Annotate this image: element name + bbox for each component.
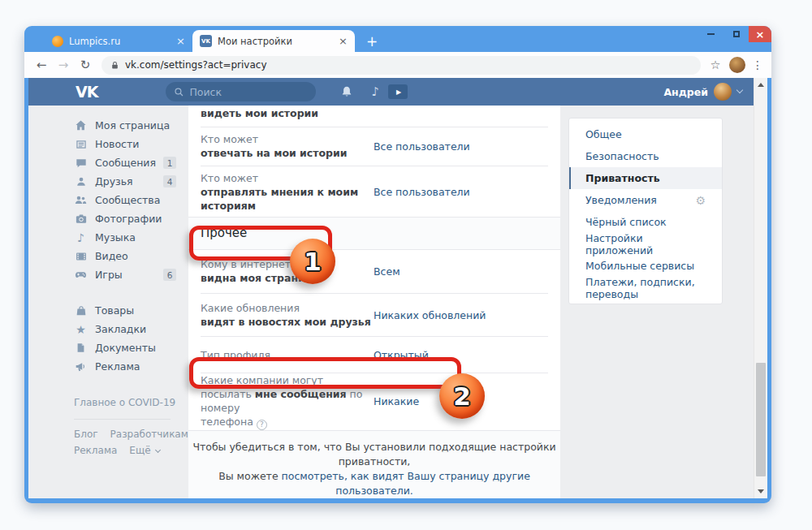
sidebar-item-label: Новости (95, 138, 139, 150)
close-window-button[interactable]: × (749, 26, 771, 42)
video-icon (74, 249, 88, 263)
divider (74, 419, 171, 420)
covid-info-link[interactable]: Главное о COVID-19 (74, 397, 177, 408)
scroll-down-arrow[interactable] (758, 489, 764, 493)
setting-label: Кто может отправлять мнения к моим истор… (201, 171, 374, 213)
sidebar-group-gap (28, 284, 188, 301)
chevron-down-icon (736, 87, 743, 93)
sidebar-item-photos[interactable]: Фотографии (28, 209, 188, 228)
settings-tab-security[interactable]: Безопасность (569, 145, 722, 167)
sidebar-item-documents[interactable]: Документы (28, 338, 188, 357)
browser-toolbar: ← → ↻ vk.com/settings?act=privacy ☆ ⋮ (24, 52, 771, 78)
sidebar-footer-links-row1: Блог Разработчикам (74, 429, 188, 440)
page-scrollbar[interactable] (754, 78, 767, 498)
photos-icon (74, 212, 88, 226)
menu-dots-icon[interactable]: ⋮ (751, 58, 764, 71)
forward-icon[interactable]: → (54, 58, 73, 72)
sidebar-item-label: Игры (95, 269, 123, 281)
search-input[interactable]: Поиск (166, 82, 316, 101)
lumpics-favicon (52, 36, 63, 47)
sidebar-item-my-page[interactable]: Моя страница (28, 116, 188, 135)
video-play-icon[interactable]: ▶ (388, 84, 408, 99)
lock-icon (110, 61, 119, 70)
minimize-icon (707, 33, 715, 35)
refresh-icon[interactable]: ↻ (76, 58, 95, 72)
sidebar-item-label: Сообщения (95, 157, 156, 169)
tab-vk-settings[interactable]: VK Мои настройки × (192, 30, 355, 52)
privacy-settings-card: видеть мои истории Кто может отвечать на… (188, 106, 560, 498)
annotation-rect-profile-type (189, 357, 461, 389)
view-as-others-link[interactable]: посмотреть, как видят Вашу страницу друг… (282, 470, 530, 497)
tab-close-icon[interactable]: × (176, 36, 185, 46)
setting-value-link[interactable]: Все пользователи (374, 186, 470, 198)
messages-icon (74, 156, 88, 170)
user-avatar (714, 83, 732, 101)
bookmark-star-icon[interactable]: ☆ (707, 58, 723, 71)
setting-value-link[interactable]: Всем (374, 265, 400, 278)
sidebar-item-video[interactable]: Видео (28, 247, 188, 265)
user-menu[interactable]: Андрей (663, 83, 742, 101)
friends-count-badge: 4 (163, 175, 176, 187)
settings-tab-privacy[interactable]: Приватность (569, 167, 722, 189)
settings-tab-payments[interactable]: Платежи, подписки, переводы (569, 277, 722, 299)
settings-tab-blacklist[interactable]: Чёрный список (569, 211, 722, 233)
address-bar[interactable]: vk.com/settings?act=privacy (102, 56, 701, 75)
privacy-check-note: Чтобы убедиться в том, что Вы установили… (188, 430, 560, 498)
sidebar-item-market[interactable]: Товары (28, 301, 188, 320)
sidebar-item-ads[interactable]: Реклама (28, 357, 188, 376)
sidebar-item-communities[interactable]: Сообщества (28, 191, 188, 209)
maximize-button[interactable] (723, 26, 749, 42)
sidebar-item-friends[interactable]: Друзья 4 (28, 172, 188, 191)
scroll-up-arrow[interactable] (758, 83, 764, 87)
note-line2: Вы можете посмотреть, как видят Вашу стр… (188, 469, 560, 498)
sidebar-item-news[interactable]: Новости (28, 135, 188, 153)
sidebar-item-label: Музыка (95, 231, 136, 243)
browser-window: Lumpics.ru × VK Мои настройки × + × ← → … (24, 26, 771, 503)
note-line1: Чтобы убедиться в том, что Вы установили… (188, 440, 560, 469)
music-icon[interactable]: ♪ (371, 84, 379, 99)
vk-logo[interactable]: VK (76, 83, 97, 101)
setting-value-link[interactable]: Все пользователи (374, 140, 470, 153)
sidebar-item-messages[interactable]: Сообщения 1 (28, 153, 188, 172)
notifications-bell-icon[interactable] (340, 85, 353, 98)
ads-link[interactable]: Реклама (74, 445, 117, 456)
new-tab-button[interactable]: + (363, 35, 381, 49)
tab-lumpics[interactable]: Lumpics.ru × (45, 30, 192, 52)
sidebar-item-label: Закладки (95, 323, 146, 335)
help-icon[interactable]: ? (257, 420, 267, 430)
tab-title: Мои настройки (218, 36, 339, 47)
setting-label: видеть мои истории (201, 107, 318, 119)
left-sidebar: Моя страница Новости Сообщения 1 Друзья … (28, 106, 188, 498)
setting-value-link[interactable]: Никакие (374, 395, 419, 407)
more-link[interactable]: Ещё (129, 445, 150, 456)
setting-label: Кому в интернете видна моя страница (201, 257, 374, 285)
setting-row-see-stories-partial: видеть мои истории (188, 106, 560, 127)
sidebar-item-label: Фотографии (95, 213, 162, 225)
sidebar-item-games[interactable]: Игры 6 (28, 265, 188, 284)
games-count-badge: 6 (163, 269, 176, 281)
sidebar-footer-links-row2: Реклама Ещё (74, 445, 188, 456)
scrollbar-thumb[interactable] (756, 363, 766, 476)
news-icon (74, 137, 88, 151)
tab-close-icon[interactable]: × (339, 36, 348, 46)
chevron-down-icon (155, 446, 161, 452)
browser-profile-avatar[interactable] (729, 57, 745, 73)
gear-icon[interactable]: ⚙ (695, 194, 706, 207)
shopping-bag-icon (74, 304, 88, 317)
settings-tab-general[interactable]: Общее (569, 123, 722, 145)
communities-icon (74, 193, 88, 207)
settings-tab-mobile[interactable]: Мобильные сервисы (569, 255, 722, 277)
search-placeholder: Поиск (189, 86, 222, 98)
back-icon[interactable]: ← (32, 58, 51, 72)
blog-link[interactable]: Блог (74, 429, 98, 440)
annotation-step-2: 2 (439, 373, 485, 419)
minimize-button[interactable] (698, 26, 723, 42)
vk-favicon: VK (200, 35, 212, 47)
settings-tab-notifications[interactable]: Уведомления ⚙ (569, 189, 722, 211)
sidebar-item-music[interactable]: ♪ Музыка (28, 228, 188, 247)
developers-link[interactable]: Разработчикам (110, 429, 188, 440)
window-controls: × (698, 26, 771, 42)
setting-value-link[interactable]: Никаких обновлений (374, 309, 486, 321)
settings-tab-apps[interactable]: Настройки приложений (569, 233, 722, 255)
sidebar-item-bookmarks[interactable]: ★ Закладки (28, 320, 188, 338)
